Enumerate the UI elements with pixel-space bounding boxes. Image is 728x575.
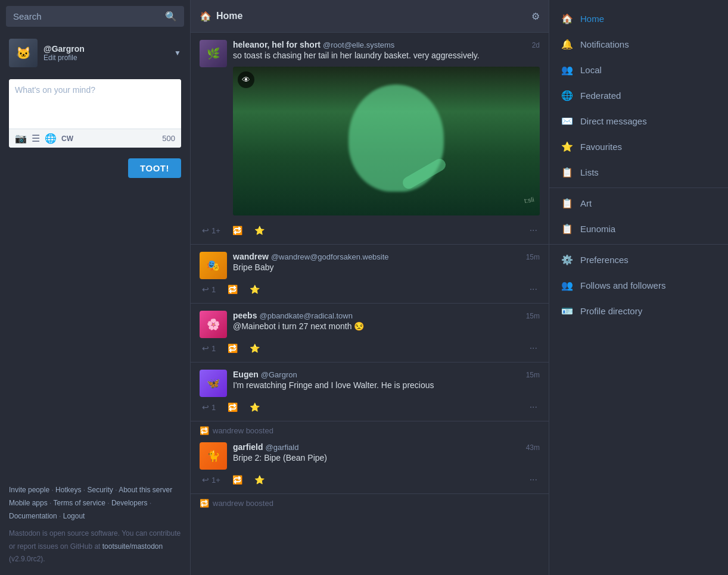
reply-button[interactable]: ↩ 1 bbox=[200, 283, 218, 295]
profile-dropdown-arrow[interactable]: ▼ bbox=[174, 49, 181, 57]
avatar: 🎭 bbox=[200, 252, 227, 279]
boost-text: wandrew boosted bbox=[213, 499, 273, 508]
more-button[interactable]: ··· bbox=[527, 224, 540, 237]
nav-section: 🏠 Home 🔔 Notifications 👥 Local 🌐 Federat… bbox=[549, 0, 728, 330]
bell-icon: 🔔 bbox=[561, 39, 573, 50]
search-input[interactable] bbox=[13, 11, 165, 21]
reply-count: 1 bbox=[211, 344, 216, 353]
footer-hotkeys-link[interactable]: Hotkeys bbox=[55, 486, 81, 494]
reply-button[interactable]: ↩ 1 bbox=[200, 342, 218, 354]
nav-label: Notifications bbox=[580, 39, 629, 49]
footer-invite-link[interactable]: Invite people bbox=[9, 486, 49, 494]
footer-developers-link[interactable]: Developers bbox=[111, 499, 148, 507]
sidebar-item-art[interactable]: 📋 Art bbox=[549, 190, 728, 216]
profile-section[interactable]: 🐱 @Gargron Edit profile ▼ bbox=[0, 33, 190, 73]
compose-textarea[interactable] bbox=[9, 79, 181, 127]
author-line: heleanor, hel for short @root@elle.syste… bbox=[233, 40, 540, 49]
compose-toolbar: 📷 ☰ 🌐 CW 500 bbox=[9, 129, 181, 148]
more-button[interactable]: ··· bbox=[527, 401, 540, 414]
table-row: 🐈 garfield @garfiald 43m Bripe 2: Bipe (… bbox=[191, 435, 549, 494]
edit-profile-link[interactable]: Edit profile bbox=[43, 54, 174, 62]
filter-icon[interactable]: ⚙ bbox=[531, 11, 540, 22]
post-content: I'm rewatching Fringe and I love Walter.… bbox=[233, 379, 540, 392]
globe-icon[interactable]: 🌐 bbox=[45, 133, 57, 144]
nav-label: Lists bbox=[580, 167, 599, 177]
boost-line: 🔁 wandrew boosted bbox=[191, 494, 549, 508]
footer-docs-link[interactable]: Documentation bbox=[9, 512, 57, 520]
sidebar-item-profile-directory[interactable]: 🪪 Profile directory bbox=[549, 298, 728, 324]
post-actions: ↩ 1 🔁 ⭐ ··· bbox=[200, 401, 540, 414]
footer-about-link[interactable]: About this server bbox=[119, 486, 172, 494]
boost-icon: 🔁 bbox=[200, 426, 209, 435]
compose-area: 📷 ☰ 🌐 CW 500 bbox=[9, 79, 181, 148]
nav-label: Home bbox=[580, 14, 604, 24]
globe-icon: 🌐 bbox=[561, 90, 573, 101]
author-handle: @root@elle.systems bbox=[323, 40, 394, 49]
nav-label: Profile directory bbox=[580, 306, 642, 316]
more-button[interactable]: ··· bbox=[527, 473, 540, 486]
boost-button[interactable]: 🔁 bbox=[225, 283, 240, 295]
search-bar[interactable]: 🔍 bbox=[6, 6, 184, 27]
sidebar-item-follows-followers[interactable]: 👥 Follows and followers bbox=[549, 273, 728, 298]
author-name: garfield bbox=[233, 442, 263, 452]
post-content: so toast is chasing her tail in her laun… bbox=[233, 49, 540, 62]
avatar: 🐱 bbox=[9, 39, 38, 67]
avatar-image: 🐈 bbox=[200, 442, 227, 470]
sidebar-item-local[interactable]: 👥 Local bbox=[549, 57, 728, 83]
author-name: heleanor, hel for short bbox=[233, 40, 321, 49]
search-icon: 🔍 bbox=[165, 11, 177, 22]
avatar-image: 🌿 bbox=[200, 40, 227, 67]
toot-button[interactable]: TOOT! bbox=[128, 158, 181, 178]
boost-button[interactable]: 🔁 bbox=[225, 401, 240, 413]
sidebar-item-favourites[interactable]: ⭐ Favourites bbox=[549, 134, 728, 160]
sidebar-item-federated[interactable]: 🌐 Federated bbox=[549, 83, 728, 108]
reply-button[interactable]: ↩ 1+ bbox=[200, 474, 223, 486]
author-handle: @wandrew@godforsaken.website bbox=[271, 252, 389, 261]
sidebar-item-preferences[interactable]: ⚙️ Preferences bbox=[549, 247, 728, 273]
sidebar-item-home[interactable]: 🏠 Home bbox=[549, 6, 728, 32]
avatar: 🐈 bbox=[200, 442, 227, 470]
reply-button[interactable]: ↩ 1 bbox=[200, 401, 218, 413]
avatar-image: 🦋 bbox=[200, 370, 227, 397]
footer-security-link[interactable]: Security bbox=[87, 486, 113, 494]
post-meta: Eugen @Gargron 15m I'm rewatching Fringe… bbox=[233, 370, 540, 396]
footer-mobile-link[interactable]: Mobile apps bbox=[9, 499, 48, 507]
avatar-image: 🐱 bbox=[9, 39, 38, 67]
profile-handle: @Gargron bbox=[43, 44, 174, 54]
feed-scroll[interactable]: 🌿 heleanor, hel for short @root@elle.sys… bbox=[191, 33, 549, 575]
sidebar-item-direct-messages[interactable]: ✉️ Direct messages bbox=[549, 108, 728, 134]
post-image[interactable]: 👁 t:sli bbox=[233, 67, 540, 215]
footer-repo-link[interactable]: tootsuite/mastodon bbox=[102, 542, 163, 551]
sidebar-item-notifications[interactable]: 🔔 Notifications bbox=[549, 32, 728, 57]
post-header: 🎭 wandrew @wandrew@godforsaken.website 1… bbox=[200, 252, 540, 279]
favourite-button[interactable]: ⭐ bbox=[247, 342, 262, 354]
list-icon: 📋 bbox=[561, 223, 573, 235]
boost-button[interactable]: 🔁 bbox=[230, 224, 245, 236]
boost-button[interactable]: 🔁 bbox=[230, 474, 245, 486]
post-content: @Mainebot i turn 27 next month 😒 bbox=[233, 320, 540, 333]
list-icon[interactable]: ☰ bbox=[32, 133, 40, 144]
box-label: t:sli bbox=[524, 196, 534, 205]
more-button[interactable]: ··· bbox=[527, 342, 540, 355]
favourite-button[interactable]: ⭐ bbox=[247, 283, 262, 295]
camera-icon[interactable]: 📷 bbox=[15, 133, 27, 144]
cw-button[interactable]: CW bbox=[61, 135, 73, 143]
reply-button[interactable]: ↩ 1+ bbox=[200, 224, 223, 236]
favourite-button[interactable]: ⭐ bbox=[252, 474, 267, 486]
table-row: 🦋 Eugen @Gargron 15m I'm rewatching Frin… bbox=[191, 362, 549, 421]
reply-count: 1 bbox=[211, 403, 216, 412]
post-meta: heleanor, hel for short @root@elle.syste… bbox=[233, 40, 540, 220]
author-line: peebs @pbandkate@radical.town 15m bbox=[233, 311, 540, 320]
favourite-button[interactable]: ⭐ bbox=[247, 401, 262, 413]
favourite-button[interactable]: ⭐ bbox=[252, 224, 267, 236]
boost-button[interactable]: 🔁 bbox=[225, 342, 240, 354]
author-name: wandrew bbox=[233, 252, 269, 261]
post-content: Bripe Baby bbox=[233, 261, 540, 274]
home-icon: 🏠 bbox=[561, 13, 573, 24]
footer-logout-link[interactable]: Logout bbox=[63, 512, 85, 520]
more-button[interactable]: ··· bbox=[527, 283, 540, 296]
sidebar-item-lists[interactable]: 📋 Lists bbox=[549, 160, 728, 185]
sidebar-item-eunomia[interactable]: 📋 Eunomia bbox=[549, 216, 728, 242]
post-meta: garfield @garfiald 43m Bripe 2: Bipe (Be… bbox=[233, 442, 540, 469]
footer-terms-link[interactable]: Terms of service bbox=[54, 499, 105, 507]
